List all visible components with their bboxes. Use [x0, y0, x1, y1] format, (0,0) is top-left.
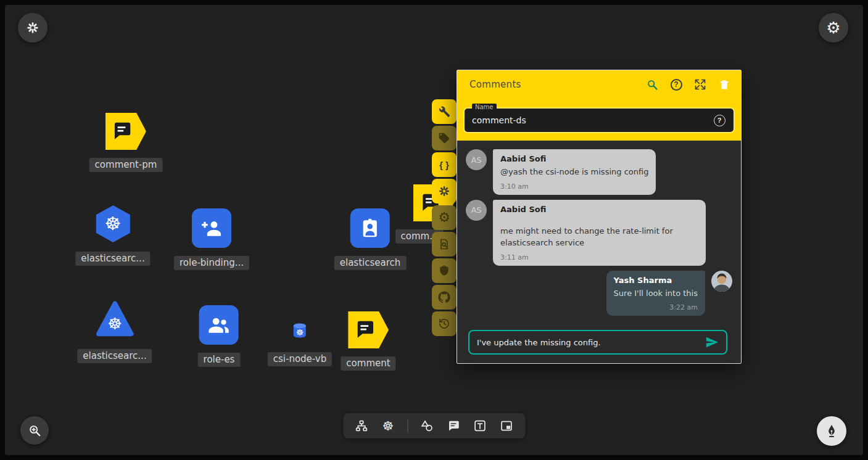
node-elasticsearch-sa[interactable]: elasticsearch — [334, 208, 407, 270]
comment-node-icon — [105, 113, 146, 150]
comments-thread: AS Aabid Sofi @yash the csi-node is miss… — [457, 141, 741, 363]
name-input[interactable] — [472, 115, 713, 125]
k8s-hexagon-icon: ☸ — [93, 204, 133, 244]
node-label: role-es — [198, 353, 241, 367]
toolbar-tag-button[interactable] — [432, 126, 457, 150]
message-row: AS Aabid Sofi @yash the csi-node is miss… — [466, 149, 732, 195]
hierarchy-icon — [355, 419, 368, 432]
toolbar-gear-button[interactable]: ⚙ — [432, 205, 457, 230]
dock-text-button[interactable] — [473, 419, 487, 433]
node-comment[interactable]: comment — [341, 311, 395, 371]
dock-shapes-button[interactable] — [420, 419, 434, 433]
comment-composer[interactable] — [468, 330, 727, 355]
message-bubble[interactable]: Aabid Sofi @yash the csi-node is missing… — [493, 149, 656, 195]
toolbar-shield-button[interactable] — [432, 258, 457, 283]
k8s-wheel-icon: ☸ — [105, 215, 122, 233]
node-role-binding[interactable]: role-binding... — [174, 208, 249, 270]
help-button[interactable]: ? — [669, 78, 683, 91]
comment-input[interactable] — [477, 338, 704, 347]
zoom-in-icon — [28, 424, 41, 437]
flower-icon — [438, 185, 450, 197]
message-bubble[interactable]: Yash Sharma Sure I'll look into this 3:2… — [606, 271, 705, 316]
panel-header-actions: ? — [645, 78, 731, 91]
expand-button[interactable] — [693, 78, 707, 91]
github-icon — [438, 291, 450, 303]
delete-button[interactable] — [717, 78, 731, 91]
avatar[interactable]: AS — [466, 200, 487, 221]
badge-icon — [358, 216, 382, 240]
gear-icon: ⚙ — [438, 211, 450, 224]
node-comment-pm[interactable]: comment-pm — [89, 113, 163, 172]
dock-structure-button[interactable] — [354, 419, 369, 433]
node-elasticsearch-triangle[interactable]: ☸ elasticsearc... — [77, 300, 152, 363]
kanvas-app: ⚙ comment-pm ☸ — [0, 0, 868, 460]
node-label: elasticsearc... — [75, 252, 150, 266]
dock-divider — [407, 419, 408, 433]
k8s-square-icon — [199, 305, 239, 345]
k8s-square-icon — [192, 208, 231, 248]
toolbar-wrench-button[interactable] — [432, 99, 457, 124]
toolbar-flower-button[interactable] — [432, 179, 457, 203]
node-label: role-binding... — [174, 256, 249, 270]
gear-icon: ⚙ — [826, 20, 840, 36]
message-author: Aabid Sofi — [500, 154, 648, 163]
k8s-triangle-icon: ☸ — [94, 300, 136, 339]
dock-comment-button[interactable] — [446, 419, 461, 433]
person-add-icon — [200, 216, 223, 240]
pen-tool-button[interactable] — [817, 416, 846, 446]
search-button[interactable] — [645, 78, 659, 91]
shield-icon — [438, 265, 450, 277]
comments-panel: Comments ? — [457, 70, 742, 364]
node-csi-node-vb[interactable]: ☸ csi-node-vb — [268, 321, 332, 366]
node-action-toolbar: { } ⚙ — [432, 99, 457, 336]
avatar[interactable]: AS — [466, 149, 487, 170]
node-label: comment — [341, 356, 395, 371]
wrench-icon — [438, 105, 450, 118]
pen-nib-icon — [824, 424, 839, 438]
speech-bubble-icon — [111, 120, 134, 143]
node-role-es[interactable]: role-es — [198, 305, 241, 367]
toolbar-doc-search-button[interactable] — [432, 232, 457, 257]
toolbar-history-button[interactable] — [432, 311, 457, 336]
comment-icon — [447, 419, 460, 432]
node-label: csi-node-vb — [268, 352, 332, 366]
avatar[interactable] — [711, 271, 732, 292]
message-text: Sure I'll look into this — [614, 287, 698, 300]
zoom-button[interactable] — [20, 416, 49, 445]
tag-icon — [438, 132, 450, 144]
node-label: comment-pm — [89, 158, 163, 172]
name-field[interactable]: Name ? — [463, 107, 735, 133]
tools-dock: ☸ — [343, 413, 525, 438]
dock-kubernetes-button[interactable]: ☸ — [381, 419, 395, 433]
k8s-wheel-icon: ☸ — [107, 316, 122, 332]
dock-media-button[interactable] — [499, 419, 514, 433]
node-label: elasticsearc... — [77, 349, 152, 363]
toolbar-github-button[interactable] — [432, 285, 457, 310]
text-tool-icon — [474, 419, 487, 432]
field-help-icon: ? — [714, 115, 725, 126]
field-help-button[interactable]: ? — [713, 113, 726, 127]
people-icon — [207, 313, 231, 337]
name-field-label: Name — [472, 104, 497, 110]
settings-button[interactable]: ⚙ — [819, 13, 848, 43]
toolbar-braces-button[interactable]: { } — [432, 152, 457, 177]
k8s-cylinder-icon: ☸ — [291, 321, 309, 340]
comments-panel-header-section: Comments ? — [457, 70, 741, 141]
message-author: Aabid Sofi — [500, 205, 698, 214]
comments-panel-header[interactable]: Comments ? — [457, 70, 741, 99]
message-time: 3:11 am — [500, 253, 698, 261]
history-icon — [438, 318, 450, 330]
message-time: 3:10 am — [500, 183, 648, 191]
node-label: elasticsearch — [334, 256, 407, 270]
braces-icon: { } — [439, 160, 449, 170]
message-bubble[interactable]: Aabid Sofi me might need to change the r… — [493, 200, 706, 266]
send-button[interactable] — [704, 334, 720, 350]
k8s-square-icon — [350, 208, 390, 248]
message-row: Yash Sharma Sure I'll look into this 3:2… — [466, 271, 732, 316]
expand-icon — [694, 78, 706, 91]
node-elasticsearch-hexagon[interactable]: ☸ elasticsearc... — [75, 204, 150, 266]
shapes-icon — [421, 419, 434, 432]
search-icon — [646, 78, 658, 91]
avatar-photo-icon — [711, 271, 732, 292]
app-logo-button[interactable] — [18, 13, 48, 43]
